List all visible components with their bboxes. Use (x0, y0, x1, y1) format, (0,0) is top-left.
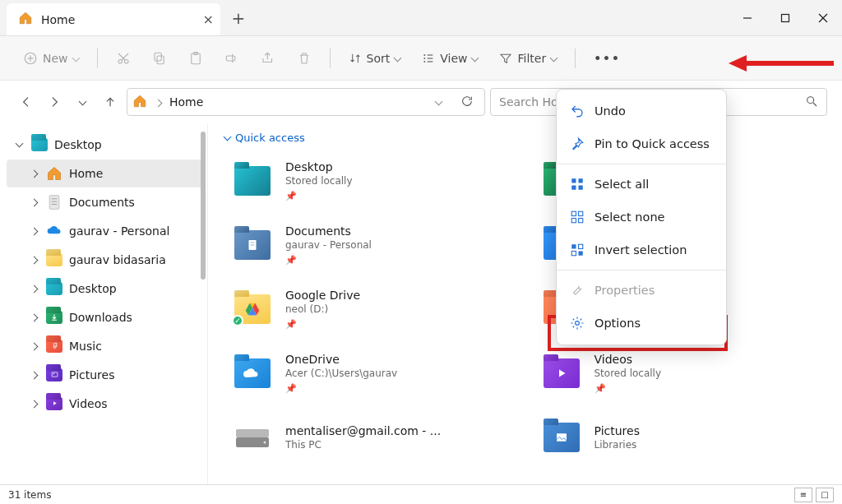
address-location[interactable]: Home (169, 95, 203, 109)
new-button[interactable]: New (15, 46, 87, 71)
cut-button[interactable] (108, 46, 139, 71)
expand-caret-icon[interactable] (28, 197, 39, 208)
more-button[interactable]: ••• (585, 47, 629, 70)
menu-item-undo[interactable]: Undo (557, 95, 726, 127)
sidebar-item[interactable]: Music (7, 332, 204, 360)
svg-rect-29 (52, 372, 58, 377)
sidebar-item[interactable]: gaurav bidasaria (7, 246, 204, 274)
menu-separator (557, 164, 726, 164)
quick-access-header[interactable]: Quick access (224, 132, 826, 144)
pin-icon (570, 136, 585, 151)
recent-button[interactable] (71, 90, 94, 113)
select-all-icon (570, 177, 585, 192)
copy-button[interactable] (144, 46, 175, 71)
pin-icon: 📌 (285, 255, 372, 266)
scrollbar[interactable] (201, 132, 206, 280)
chevron-down-icon (224, 132, 230, 144)
expand-caret-icon[interactable] (13, 139, 25, 150)
new-tab-button[interactable]: + (220, 0, 257, 35)
sidebar-item[interactable]: gaurav - Personal (7, 217, 204, 245)
maximize-button[interactable] (766, 0, 804, 35)
icons-view-button[interactable]: □ (816, 488, 834, 502)
item-icon (231, 354, 274, 393)
expand-caret-icon[interactable] (28, 369, 39, 381)
close-window-button[interactable] (804, 0, 842, 35)
delete-button[interactable] (289, 46, 320, 71)
svg-rect-1 (782, 14, 789, 21)
svg-rect-56 (571, 252, 576, 256)
address-dropdown-icon[interactable] (431, 95, 446, 109)
pin-icon: 📌 (285, 319, 360, 330)
menu-item-select-all[interactable]: Select all (557, 168, 726, 201)
menu-item-invert[interactable]: Invert selection (557, 234, 726, 266)
share-button[interactable] (252, 46, 284, 71)
quick-access-item[interactable]: Documents gaurav - Personal 📌 (224, 216, 517, 274)
folder-icon (46, 338, 62, 354)
expand-caret-icon[interactable] (28, 340, 39, 352)
refresh-button[interactable] (455, 95, 479, 110)
item-subtitle: neol (D:) (285, 303, 360, 315)
sort-button[interactable]: Sort (340, 47, 409, 70)
minimize-button[interactable] (729, 0, 766, 35)
details-view-button[interactable]: ≡ (794, 488, 812, 502)
menu-item-gear[interactable]: Options (557, 307, 726, 340)
menu-item-label: Select none (594, 210, 665, 224)
svg-rect-53 (579, 219, 583, 223)
invert-icon (570, 243, 585, 257)
paste-button[interactable] (180, 46, 211, 71)
filter-button[interactable]: Filter (491, 47, 565, 70)
expand-caret-icon[interactable] (28, 398, 39, 409)
item-icon (540, 354, 583, 393)
sort-label: Sort (367, 52, 391, 65)
quick-access-item[interactable]: ✓ Google Drive neol (D:) 📌 (224, 280, 517, 338)
menu-item-pin[interactable]: Pin to Quick access (557, 127, 726, 160)
window-tab[interactable]: Home × (7, 3, 220, 35)
sidebar-item[interactable]: Desktop (7, 275, 204, 303)
address-bar[interactable]: Home (127, 88, 485, 116)
sidebar-item[interactable]: Pictures (7, 361, 204, 389)
folder-icon (46, 280, 62, 297)
expand-caret-icon[interactable] (28, 283, 39, 294)
sidebar-item[interactable]: Videos (7, 390, 204, 418)
search-icon[interactable] (805, 95, 818, 110)
select-none-icon (570, 210, 585, 224)
expand-caret-icon[interactable] (28, 168, 39, 179)
quick-access-item[interactable]: Pictures Libraries (534, 409, 826, 466)
quick-access-item[interactable]: Desktop Stored locally 📌 (224, 152, 517, 210)
window-controls (729, 0, 842, 35)
paste-icon (188, 51, 203, 66)
view-button[interactable]: View (414, 47, 486, 70)
close-tab-icon[interactable]: × (203, 12, 214, 27)
svg-line-24 (813, 103, 817, 106)
menu-item-label: Invert selection (594, 243, 687, 257)
svg-marker-31 (53, 402, 57, 406)
sidebar-item[interactable]: Desktop (7, 131, 204, 159)
quick-access-item[interactable]: mentaliser@gmail.com - ... This PC (224, 409, 517, 466)
forward-button[interactable] (43, 90, 66, 113)
quick-access-item[interactable]: Videos Stored locally 📌 (534, 344, 826, 402)
home-icon (132, 94, 147, 111)
sidebar-item[interactable]: Home (7, 160, 204, 187)
quick-access-item[interactable]: OneDrive Acer (C:)\Users\gaurav 📌 (224, 344, 517, 402)
item-text: Desktop Stored locally 📌 (285, 160, 353, 201)
svg-rect-49 (579, 186, 583, 190)
svg-point-23 (807, 96, 814, 103)
chevron-down-icon (551, 52, 557, 65)
menu-item-select-none[interactable]: Select none (557, 201, 726, 234)
expand-caret-icon[interactable] (28, 312, 39, 323)
item-title: Pictures (594, 424, 640, 437)
sidebar-item[interactable]: Documents (7, 188, 204, 216)
sidebar-item-label: Documents (69, 196, 135, 209)
share-icon (261, 51, 275, 66)
svg-rect-43 (236, 429, 269, 437)
back-button[interactable] (15, 90, 38, 113)
svg-line-10 (118, 53, 125, 60)
svg-rect-25 (49, 196, 59, 210)
rename-button[interactable] (216, 46, 248, 71)
new-label: New (43, 52, 68, 65)
pin-icon: 📌 (285, 191, 353, 201)
up-button[interactable] (99, 90, 122, 113)
expand-caret-icon[interactable] (28, 254, 39, 266)
sidebar-item[interactable]: Downloads (7, 303, 204, 331)
expand-caret-icon[interactable] (28, 225, 39, 237)
